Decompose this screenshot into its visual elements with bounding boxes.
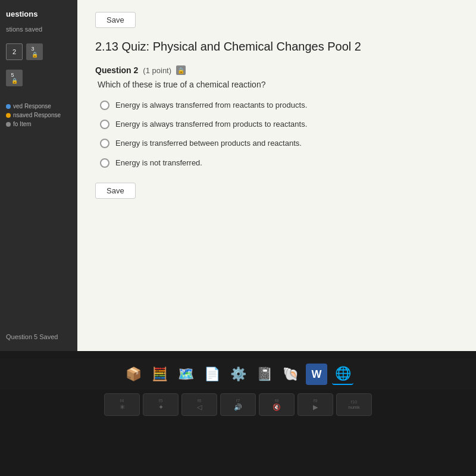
settings-taskbar-icon[interactable]: ⚙️ [227, 364, 249, 385]
answer-option-2[interactable]: Energy is always transferred from produc… [100, 119, 458, 130]
question-text: Which of these is true of a chemical rea… [95, 80, 458, 89]
chrome-taskbar-icon[interactable]: 🌐 [332, 364, 353, 385]
question-header: Question 2 (1 point) 🔒 [95, 65, 458, 75]
key-f8-symbol: 🔇 [273, 403, 281, 411]
lock-icon: 🔒 [176, 65, 186, 75]
key-f4-symbol: ✳ [120, 403, 125, 411]
notes-taskbar-icon[interactable]: 📓 [253, 364, 275, 385]
option-text-3: Energy is transferred between products a… [115, 138, 302, 149]
key-f7[interactable]: f7 🔊 [220, 393, 256, 416]
key-f4[interactable]: f4 ✳ [104, 393, 140, 416]
legend-label-unsaved: nsaved Response [13, 112, 61, 118]
word-taskbar-icon[interactable]: W [306, 364, 327, 385]
key-f5[interactable]: f5 ✦ [143, 393, 178, 416]
answer-option-3[interactable]: Energy is transferred between products a… [100, 138, 458, 149]
q-box-2[interactable]: 2 [6, 43, 23, 60]
save-button-top[interactable]: Save [95, 12, 136, 28]
legend-item-saved: ved Response [6, 103, 71, 109]
key-f10-num: f10 [350, 399, 357, 405]
shell-taskbar-icon[interactable]: 🐚 [280, 364, 301, 385]
key-f8[interactable]: f8 🔇 [259, 393, 295, 416]
key-f8-num: f8 [275, 398, 279, 403]
radio-4[interactable] [100, 158, 109, 168]
answer-option-1[interactable]: Energy is always transferred from reacta… [100, 100, 458, 111]
key-f4-num: f4 [120, 398, 124, 403]
q-box-3[interactable]: 3🔒 [26, 43, 43, 60]
sidebar: uestions stions saved 2 3🔒 5🔒 ved Respon… [0, 0, 77, 351]
legend: ved Response nsaved Response fo Item [0, 98, 77, 132]
key-f6-symbol: ◁ [197, 403, 202, 411]
key-f7-num: f7 [236, 398, 240, 403]
main-content: Save 2.13 Quiz: Physical and Chemical Ch… [77, 0, 476, 351]
legend-dot-saved [6, 104, 11, 109]
quiz-title: 2.13 Quiz: Physical and Chemical Changes… [95, 40, 458, 54]
keyboard-area: f4 ✳ f5 ✦ f6 ◁ f7 🔊 f8 🔇 f9 ▶ f10 numk [0, 390, 476, 476]
answer-option-4[interactable]: Energy is not transferred. [100, 158, 458, 168]
taskbar: 📦 🧮 🗺️ 📄 ⚙️ 📓 🐚 W 🌐 [0, 359, 476, 390]
keyboard-row: f4 ✳ f5 ✦ f6 ◁ f7 🔊 f8 🔇 f9 ▶ f10 numk [0, 390, 476, 416]
radio-1[interactable] [100, 101, 109, 110]
question-nav: 2 3🔒 [0, 40, 77, 64]
answer-options: Energy is always transferred from reacta… [95, 100, 458, 168]
question-saved-badge: Question 5 Saved [6, 333, 71, 340]
legend-label-saved: ved Response [13, 103, 51, 109]
legend-dot-info [6, 122, 11, 127]
key-f6-num: f6 [198, 398, 202, 403]
save-button-bottom[interactable]: Save [95, 183, 136, 199]
radio-3[interactable] [100, 139, 109, 148]
key-f7-symbol: 🔊 [234, 403, 242, 411]
q-box-5[interactable]: 5🔒 [6, 70, 23, 86]
sidebar-subtitle: stions saved [0, 24, 77, 37]
box-taskbar-icon[interactable]: 📦 [123, 364, 144, 385]
question-points: (1 point) [143, 66, 171, 75]
document-taskbar-icon[interactable]: 📄 [201, 364, 223, 385]
key-f10[interactable]: f10 numk [336, 393, 372, 416]
key-f9-symbol: ▶ [313, 403, 318, 411]
question-nav-2: 5🔒 [0, 66, 77, 90]
radio-2[interactable] [100, 120, 109, 129]
sidebar-title: uestions [0, 6, 77, 22]
legend-item-unsaved: nsaved Response [6, 112, 71, 118]
question-label: Question 2 [95, 65, 138, 75]
key-f5-symbol: ✦ [158, 403, 164, 411]
legend-label-info: fo Item [13, 121, 32, 127]
option-text-2: Energy is always transferred from produc… [115, 119, 307, 130]
option-text-1: Energy is always transferred from reacta… [115, 100, 307, 111]
key-f6[interactable]: f6 ◁ [181, 393, 217, 416]
legend-dot-unsaved [6, 113, 11, 118]
maps-taskbar-icon[interactable]: 🗺️ [175, 364, 196, 385]
key-f9-num: f9 [314, 398, 318, 403]
key-f9[interactable]: f9 ▶ [298, 393, 333, 416]
sidebar-bottom: Question 5 Saved [0, 324, 77, 345]
legend-item-info: fo Item [6, 121, 71, 127]
calculator-taskbar-icon[interactable]: 🧮 [149, 364, 170, 385]
option-text-4: Energy is not transferred. [115, 158, 202, 168]
key-f10-label: numk [348, 405, 360, 410]
key-f5-num: f5 [159, 398, 163, 403]
